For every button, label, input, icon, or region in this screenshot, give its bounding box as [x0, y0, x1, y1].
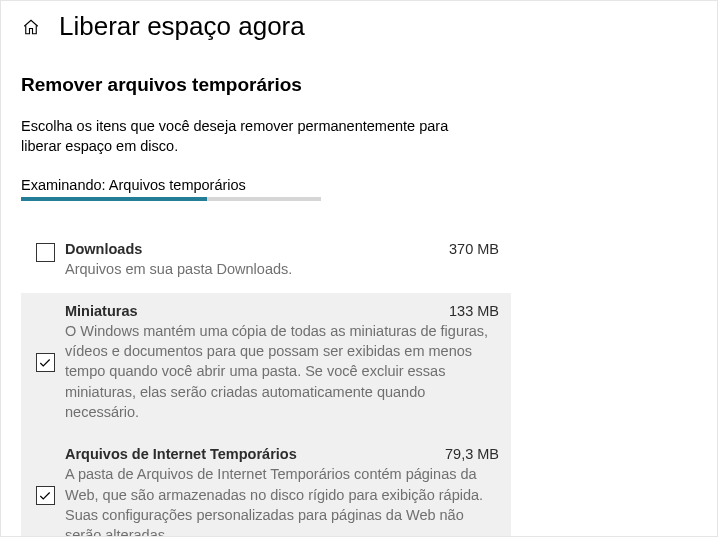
- item-description: O Windows mantém uma cópia de todas as m…: [65, 321, 499, 422]
- status-text: Examinando: Arquivos temporários: [21, 177, 697, 193]
- checkbox-wrap: [25, 446, 65, 537]
- checkbox-internet-temp[interactable]: [36, 486, 55, 505]
- item-content: Arquivos de Internet Temporários 79,3 MB…: [65, 446, 499, 537]
- item-size: 133 MB: [449, 303, 499, 319]
- item-description: Arquivos em sua pasta Downloads.: [65, 259, 499, 279]
- item-header: Arquivos de Internet Temporários 79,3 MB: [65, 446, 499, 462]
- progress-fill: [21, 197, 207, 201]
- item-title: Miniaturas: [65, 303, 138, 319]
- item-content: Miniaturas 133 MB O Windows mantém uma c…: [65, 303, 499, 422]
- list-item: Arquivos de Internet Temporários 79,3 MB…: [21, 436, 511, 537]
- item-description: A pasta de Arquivos de Internet Temporár…: [65, 464, 499, 537]
- home-icon[interactable]: [21, 17, 41, 37]
- item-header: Downloads 370 MB: [65, 241, 499, 257]
- item-size: 370 MB: [449, 241, 499, 257]
- list-item: Downloads 370 MB Arquivos em sua pasta D…: [21, 231, 511, 293]
- checkbox-downloads[interactable]: [36, 243, 55, 262]
- item-title: Arquivos de Internet Temporários: [65, 446, 297, 462]
- content-area: Remover arquivos temporários Escolha os …: [1, 50, 717, 537]
- list-item: Miniaturas 133 MB O Windows mantém uma c…: [21, 293, 511, 436]
- checkbox-miniaturas[interactable]: [36, 353, 55, 372]
- item-size: 79,3 MB: [445, 446, 499, 462]
- item-content: Downloads 370 MB Arquivos em sua pasta D…: [65, 241, 499, 279]
- section-title: Remover arquivos temporários: [21, 74, 697, 96]
- item-title: Downloads: [65, 241, 142, 257]
- item-header: Miniaturas 133 MB: [65, 303, 499, 319]
- checkbox-wrap: [25, 241, 65, 279]
- progress-bar: [21, 197, 321, 201]
- page-title: Liberar espaço agora: [59, 11, 305, 42]
- checkbox-wrap: [25, 303, 65, 422]
- page-header: Liberar espaço agora: [1, 1, 717, 50]
- instruction-text: Escolha os itens que você deseja remover…: [21, 116, 481, 157]
